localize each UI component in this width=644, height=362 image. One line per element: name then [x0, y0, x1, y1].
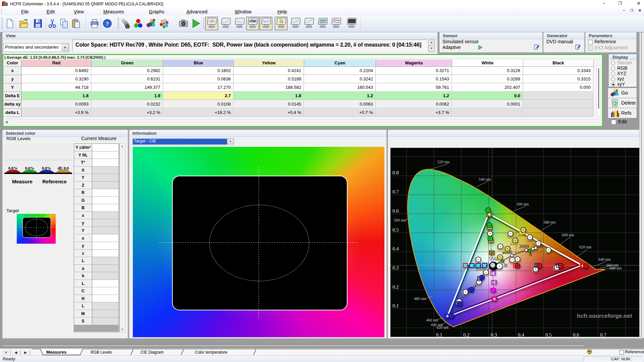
svg-text:580 nm: 580 nm [543, 220, 556, 225]
svg-text:0.1: 0.1 [436, 332, 442, 337]
svg-text:0.5: 0.5 [392, 227, 399, 233]
svg-text:hcfr.sourceforge.net: hcfr.sourceforge.net [577, 313, 632, 319]
svg-text:0.2: 0.2 [463, 332, 470, 337]
svg-text:0.6: 0.6 [392, 208, 399, 214]
svg-text:560 nm: 560 nm [517, 202, 529, 206]
svg-text:600 nm: 600 nm [562, 233, 574, 237]
svg-text:540 nm: 540 nm [479, 177, 491, 182]
svg-text:680 nm: 680 nm [609, 266, 622, 270]
svg-text:480 nm: 480 nm [414, 296, 426, 301]
svg-text:3000: 3000 [519, 244, 529, 249]
svg-text:0.7: 0.7 [600, 332, 606, 337]
svg-text:620 nm: 620 nm [579, 245, 592, 249]
svg-text:0.1: 0.1 [392, 303, 399, 308]
svg-text:500 nm: 500 nm [394, 218, 406, 223]
svg-text:0.3: 0.3 [491, 332, 497, 337]
svg-text:640 nm: 640 nm [598, 257, 611, 262]
svg-text:0.6: 0.6 [573, 332, 579, 337]
svg-text:0.8: 0.8 [392, 170, 399, 175]
svg-text:0.5: 0.5 [545, 332, 552, 337]
svg-text:0.4: 0.4 [518, 332, 524, 337]
svg-text:?: ? [106, 20, 109, 27]
svg-text:CIE Diagram: CIE Diagram [141, 350, 164, 355]
svg-text:0.4: 0.4 [392, 246, 399, 251]
svg-text:RGB Levels: RGB Levels [91, 350, 112, 355]
svg-text:Measures: Measures [46, 350, 66, 355]
svg-text:Color temperature: Color temperature [195, 350, 227, 355]
svg-text:420 nm: 420 nm [436, 325, 449, 330]
svg-text:0.3: 0.3 [392, 265, 399, 270]
svg-text:A: A [529, 252, 532, 257]
svg-text:520 nm: 520 nm [437, 160, 450, 164]
svg-text:B: B [504, 263, 507, 268]
svg-text:0.2: 0.2 [392, 284, 399, 290]
svg-text:460 nm: 460 nm [426, 318, 438, 322]
svg-text:0.7: 0.7 [392, 189, 399, 194]
